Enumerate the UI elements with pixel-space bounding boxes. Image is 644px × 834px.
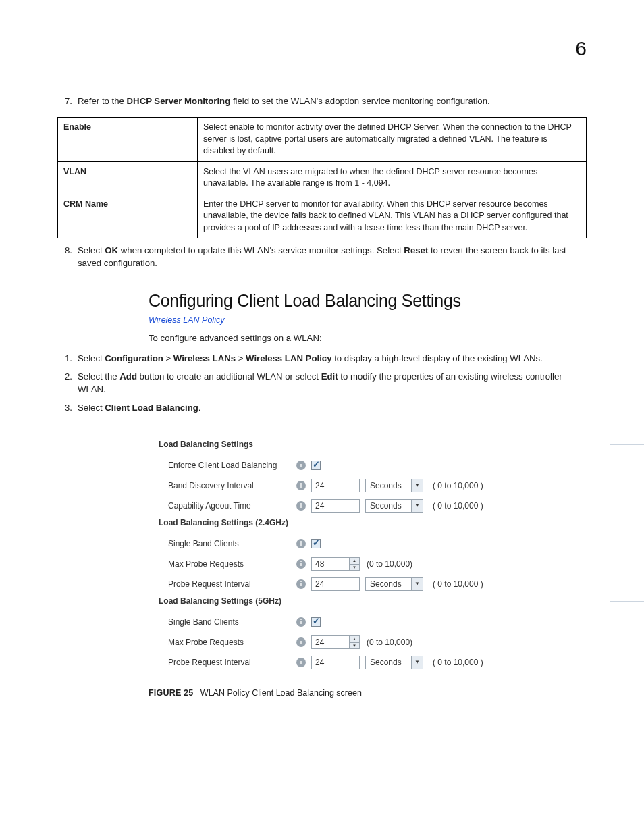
step-7: 7. Refer to the DHCP Server Monitoring f…	[57, 95, 587, 107]
info-icon[interactable]: i	[296, 501, 306, 511]
chevron-down-icon: ▼	[411, 656, 423, 669]
info-icon[interactable]: i	[296, 637, 306, 647]
arrow-down-icon: ▼	[350, 565, 359, 571]
step-7-text: Refer to the DHCP Server Monitoring fiel…	[78, 95, 587, 107]
info-icon[interactable]: i	[296, 617, 306, 627]
step-1-number: 1.	[57, 352, 78, 365]
step-3: 3. Select Client Load Balancing.	[57, 401, 587, 414]
step-7-number: 7.	[57, 95, 78, 107]
table-val-vlan: Select the VLAN users are migrated to wh…	[198, 161, 587, 194]
max-probe-5-stepper[interactable]: 24 ▲▼	[311, 635, 360, 649]
row-5-single-band: Single Band Clients i	[159, 613, 604, 631]
fieldset-5ghz: Load Balancing Settings (5GHz)	[159, 596, 604, 606]
step-7-list: 7. Refer to the DHCP Server Monitoring f…	[57, 95, 587, 107]
row-24-probe-interval: Probe Request Interval i 24 Seconds ▼ ( …	[159, 575, 604, 594]
capability-ageout-label: Capability Ageout Time	[159, 501, 296, 511]
table-key-vlan: VLAN	[58, 161, 198, 194]
step-8-number: 8.	[57, 244, 78, 269]
breadcrumb-link[interactable]: Wireless LAN Policy	[149, 315, 224, 325]
probe-interval-24-input[interactable]: 24	[311, 577, 360, 591]
capability-ageout-unit-select[interactable]: Seconds ▼	[365, 499, 423, 513]
band-discovery-label: Band Discovery Interval	[159, 481, 296, 490]
fieldset-24ghz: Load Balancing Settings (2.4GHz)	[159, 518, 604, 527]
band-discovery-input[interactable]: 24	[311, 479, 360, 492]
unit-value: Seconds	[366, 479, 411, 492]
chevron-down-icon: ▼	[411, 479, 423, 492]
probe-interval-24-unit-select[interactable]: Seconds ▼	[365, 577, 423, 591]
row-capability-ageout: Capability Ageout Time i 24 Seconds ▼ ( …	[159, 496, 604, 515]
chevron-down-icon: ▼	[411, 578, 423, 590]
fieldset-load-balancing: Load Balancing Settings	[159, 440, 604, 449]
step-3-number: 3.	[57, 401, 78, 414]
range-hint: ( 0 to 10,000 )	[433, 481, 483, 490]
range-hint: ( 0 to 10,000 )	[433, 501, 483, 511]
step-2: 2. Select the Add button to create an ad…	[57, 370, 587, 396]
step-1-text: Select Configuration > Wireless LANs > W…	[78, 352, 587, 365]
stepper-value: 24	[312, 636, 349, 648]
page-number: 6	[575, 37, 587, 60]
range-hint: ( 0 to 10,000 )	[433, 579, 483, 589]
figure-caption-text: WLAN Policy Client Load Balancing screen	[200, 688, 362, 698]
enforce-label: Enforce Client Load Balancing	[159, 461, 296, 470]
single-band-24-label: Single Band Clients	[159, 539, 296, 548]
figure-label: FIGURE 25	[149, 688, 193, 698]
band-discovery-unit-select[interactable]: Seconds ▼	[365, 479, 423, 492]
probe-interval-5-input[interactable]: 24	[311, 656, 360, 669]
figure-caption: FIGURE 25 WLAN Policy Client Load Balanc…	[149, 688, 587, 698]
single-band-5-checkbox[interactable]	[311, 617, 321, 627]
max-probe-24-label: Max Probe Requests	[159, 559, 296, 569]
info-icon[interactable]: i	[296, 539, 306, 548]
info-icon[interactable]: i	[296, 481, 306, 490]
step-1: 1. Select Configuration > Wireless LANs …	[57, 352, 587, 365]
unit-value: Seconds	[366, 578, 411, 590]
range-hint: ( 0 to 10,000 )	[433, 658, 483, 667]
dhcp-monitoring-table: Enable Select enable to monitor activity…	[57, 117, 587, 238]
row-5-probe-interval: Probe Request Interval i 24 Seconds ▼ ( …	[159, 653, 604, 672]
steps-list: 1. Select Configuration > Wireless LANs …	[57, 352, 587, 415]
row-24-single-band: Single Band Clients i	[159, 534, 604, 553]
single-band-5-label: Single Band Clients	[159, 617, 296, 627]
stepper-arrows[interactable]: ▲▼	[349, 636, 359, 648]
arrow-up-icon: ▲	[350, 558, 359, 565]
step-2-number: 2.	[57, 370, 78, 396]
table-key-enable: Enable	[58, 118, 198, 162]
figure-screenshot: Load Balancing Settings Enforce Client L…	[149, 427, 604, 683]
info-icon[interactable]: i	[296, 658, 306, 667]
probe-interval-5-label: Probe Request Interval	[159, 658, 296, 667]
stepper-arrows[interactable]: ▲▼	[349, 558, 359, 570]
range-hint: (0 to 10,000)	[367, 559, 412, 569]
table-val-enable: Select enable to monitor activity over t…	[198, 118, 587, 162]
probe-interval-24-label: Probe Request Interval	[159, 579, 296, 589]
info-icon[interactable]: i	[296, 461, 306, 470]
arrow-down-icon: ▼	[350, 643, 359, 649]
max-probe-5-label: Max Probe Requests	[159, 637, 296, 647]
unit-value: Seconds	[366, 500, 411, 512]
table-val-crm: Enter the DHCP server to monitor for ava…	[198, 194, 587, 238]
single-band-24-checkbox[interactable]	[311, 539, 321, 548]
table-row: CRM Name Enter the DHCP server to monito…	[58, 194, 587, 238]
row-band-discovery: Band Discovery Interval i 24 Seconds ▼ (…	[159, 476, 604, 495]
table-row: Enable Select enable to monitor activity…	[58, 118, 587, 162]
section-heading: Configuring Client Load Balancing Settin…	[149, 291, 587, 311]
step-8: 8. Select OK when completed to update th…	[57, 244, 587, 269]
row-24-max-probe: Max Probe Requests i 48 ▲▼ (0 to 10,000)	[159, 554, 604, 573]
row-enforce: Enforce Client Load Balancing i	[159, 456, 604, 475]
step-3-text: Select Client Load Balancing.	[78, 401, 587, 414]
info-icon[interactable]: i	[296, 579, 306, 589]
intro-text: To configure advanced settings on a WLAN…	[149, 332, 587, 344]
step-2-text: Select the Add button to create an addit…	[78, 370, 587, 396]
info-icon[interactable]: i	[296, 559, 306, 569]
row-5-max-probe: Max Probe Requests i 24 ▲▼ (0 to 10,000)	[159, 633, 604, 652]
chevron-down-icon: ▼	[411, 500, 423, 512]
probe-interval-5-unit-select[interactable]: Seconds ▼	[365, 656, 423, 669]
table-row: VLAN Select the VLAN users are migrated …	[58, 161, 587, 194]
stepper-value: 48	[312, 558, 349, 570]
enforce-checkbox[interactable]	[311, 461, 321, 470]
max-probe-24-stepper[interactable]: 48 ▲▼	[311, 557, 360, 571]
step-8-list: 8. Select OK when completed to update th…	[57, 244, 587, 269]
range-hint: (0 to 10,000)	[367, 637, 412, 647]
step-8-text: Select OK when completed to update this …	[78, 244, 587, 269]
arrow-up-icon: ▲	[350, 636, 359, 643]
capability-ageout-input[interactable]: 24	[311, 499, 360, 513]
table-key-crm: CRM Name	[58, 194, 198, 238]
